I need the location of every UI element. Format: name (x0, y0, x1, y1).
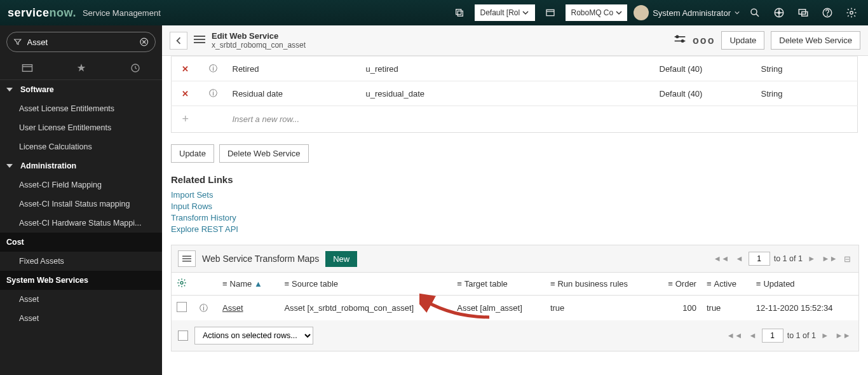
related-link[interactable]: Transform History (171, 213, 859, 222)
app-scope-icon[interactable] (541, 4, 559, 22)
row-rules: true (545, 296, 654, 321)
search-icon[interactable] (746, 4, 764, 22)
col-updated[interactable]: ≡Updated (751, 273, 858, 296)
clear-icon[interactable] (139, 37, 149, 47)
tab-history[interactable] (108, 56, 162, 79)
form-menu-icon[interactable] (194, 35, 205, 46)
update-button-2[interactable]: Update (171, 144, 214, 163)
nav-item[interactable]: Asset (0, 309, 162, 328)
first-page-icon[interactable]: ◄◄ (712, 254, 731, 263)
page-input[interactable] (749, 252, 770, 266)
more-icon[interactable]: ooo (693, 35, 715, 46)
svg-rect-2 (546, 10, 554, 15)
personalize-icon[interactable] (177, 280, 187, 290)
prev-page-icon[interactable]: ◄ (747, 331, 757, 340)
fields-table: ✕ⓘRetiredu_retiredDefault (40)String✕ⓘRe… (171, 56, 858, 133)
nav-item[interactable]: Asset License Entitlements (0, 99, 162, 118)
row-updated: 12-11-2020 15:52:34 (751, 296, 858, 321)
connect-icon[interactable] (770, 4, 788, 22)
remove-icon[interactable]: ✕ (182, 89, 189, 99)
update-set-picker[interactable]: Default [Rol (475, 4, 535, 21)
related-link[interactable]: Explore REST API (171, 224, 859, 234)
nav-tree[interactable]: SoftwareAsset License EntitlementsUser L… (0, 80, 162, 375)
nav-item[interactable]: Asset-CI Install Status mapping (0, 194, 162, 214)
sidebar: SoftwareAsset License EntitlementsUser L… (0, 25, 162, 375)
nav-item[interactable]: Administration (0, 156, 162, 175)
form-header: Edit Web Service x_srbtd_robomq_con_asse… (162, 25, 868, 56)
nav-item[interactable]: Cost (0, 233, 162, 252)
list-menu-icon[interactable] (178, 250, 196, 267)
nav-item[interactable]: Asset-CI Field Mapping (0, 175, 162, 194)
row-checkbox[interactable] (177, 302, 187, 312)
tab-all-apps[interactable] (0, 56, 54, 79)
nav-item[interactable]: Software (0, 80, 162, 99)
new-button[interactable]: New (325, 251, 357, 267)
row-active: true (702, 296, 751, 321)
info-icon[interactable]: ⓘ (209, 64, 217, 73)
chat-icon[interactable] (794, 4, 812, 22)
tab-favorites[interactable] (54, 56, 108, 79)
related-link[interactable]: Input Rows (171, 201, 859, 211)
info-icon[interactable]: ⓘ (200, 303, 208, 313)
last-page-icon[interactable]: ►► (834, 331, 852, 340)
svg-rect-0 (456, 10, 461, 15)
filter-toggle-icon[interactable] (674, 34, 686, 47)
select-all-checkbox[interactable] (178, 331, 188, 341)
actions-select[interactable]: Actions on selected rows... (194, 327, 313, 344)
update-button[interactable]: Update (721, 31, 764, 50)
transform-maps-section: Web Service Transform Maps New ◄◄ ◄ to 1… (171, 245, 859, 351)
user-menu[interactable]: System Administrator (634, 5, 740, 20)
row-order: 100 (654, 296, 702, 321)
insert-row[interactable]: + Insert a new row... (172, 106, 858, 133)
next-page-icon[interactable]: ► (820, 331, 830, 340)
svg-point-25 (682, 39, 684, 41)
banner-title: Service Management (83, 8, 161, 18)
next-page-icon[interactable]: ► (806, 254, 817, 263)
content-area: Edit Web Service x_srbtd_robomq_con_asse… (162, 25, 868, 375)
remove-icon[interactable]: ✕ (182, 64, 189, 74)
page-range: to 1 of 1 (774, 254, 803, 263)
field-row[interactable]: ✕ⓘRetiredu_retiredDefault (40)String (172, 57, 858, 81)
help-icon[interactable] (818, 4, 836, 22)
row-source: Asset [x_srbtd_robomq_con_asset] (279, 296, 452, 321)
nav-filter[interactable] (6, 32, 156, 52)
related-link[interactable]: Import Sets (171, 190, 859, 200)
nav-item[interactable]: User License Entitlements (0, 118, 162, 137)
back-button[interactable] (170, 32, 187, 50)
update-set-icon[interactable] (451, 4, 468, 22)
nav-item[interactable]: Asset-CI Hardware Status Mappi... (0, 214, 162, 233)
col-name[interactable]: ≡Name ▲ (217, 273, 279, 296)
col-order[interactable]: ≡Order (654, 273, 702, 296)
related-links-heading: Related Links (171, 174, 859, 185)
gear-icon[interactable] (843, 4, 860, 22)
field-row[interactable]: ✕ⓘResidual dateu_residual_dateDefault (4… (172, 81, 858, 106)
prev-page-icon[interactable]: ◄ (734, 254, 744, 263)
col-active[interactable]: ≡Active (702, 273, 751, 296)
list-collapse-icon[interactable]: ⊟ (843, 254, 852, 264)
nav-item[interactable]: Fixed Assets (0, 252, 162, 271)
form-subtitle: x_srbtd_robomq_con_asset (212, 41, 306, 50)
svg-point-13 (827, 15, 828, 15)
nav-filter-input[interactable] (27, 38, 134, 47)
first-page-icon[interactable]: ◄◄ (726, 331, 744, 340)
page-input-2[interactable] (762, 329, 783, 343)
app-scope-picker[interactable]: RoboMQ Co (566, 4, 627, 21)
nav-item[interactable]: License Calculations (0, 137, 162, 156)
row-name-link[interactable]: Asset (222, 303, 243, 313)
table-row[interactable]: ⓘ Asset Asset [x_srbtd_robomq_con_asset]… (172, 296, 858, 321)
col-target[interactable]: ≡Target table (452, 273, 545, 296)
nav-item[interactable]: System Web Services (0, 271, 162, 290)
svg-point-4 (751, 9, 757, 15)
last-page-icon[interactable]: ►► (820, 254, 839, 263)
transform-maps-table: ≡Name ▲ ≡Source table ≡Target table ≡Run… (172, 273, 858, 320)
delete-button[interactable]: Delete Web Service (771, 31, 860, 50)
nav-item[interactable]: Asset (0, 290, 162, 309)
logo[interactable]: servicenow. (8, 6, 76, 20)
col-rules[interactable]: ≡Run business rules (545, 273, 654, 296)
delete-button-2[interactable]: Delete Web Service (219, 144, 309, 163)
col-source[interactable]: ≡Source table (279, 273, 452, 296)
related-links: Related Links Import SetsInput RowsTrans… (162, 174, 868, 245)
pager-top: ◄◄ ◄ to 1 of 1 ► ►► ⊟ (712, 252, 852, 266)
svg-line-5 (756, 14, 759, 17)
info-icon[interactable]: ⓘ (209, 88, 217, 98)
